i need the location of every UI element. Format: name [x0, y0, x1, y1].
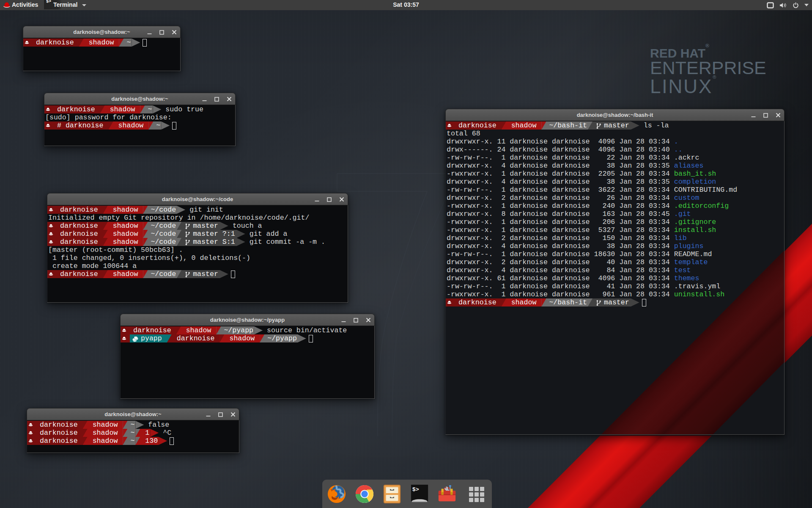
svg-text:$>: $> — [412, 486, 419, 493]
